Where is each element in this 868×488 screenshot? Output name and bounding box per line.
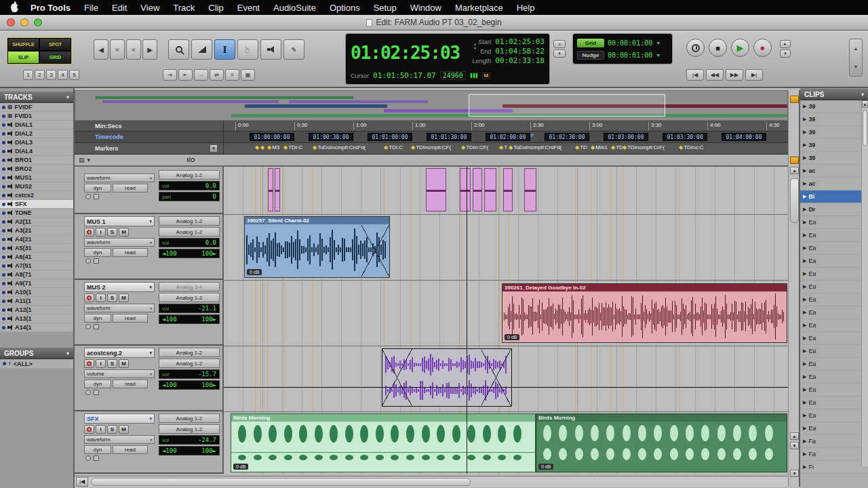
input-monitor-button[interactable]: I [96, 359, 106, 368]
record-enable-button[interactable] [84, 425, 94, 434]
counter-expand-button[interactable]: ▾ [553, 49, 566, 58]
zoom-preset-button[interactable]: 4 [58, 70, 68, 80]
input-path-selector[interactable]: Analog 1-2 [159, 348, 220, 357]
clips-scroll-up-icon[interactable]: ▲ [862, 100, 868, 108]
clips-panel-menu-icon[interactable]: ▾ [861, 92, 864, 98]
app-menu[interactable]: Pro Tools [31, 3, 71, 13]
marker[interactable]: ◆ ToDoIncmplt:CrsFd( [313, 144, 366, 150]
track-name-field[interactable]: SFX ▾ [84, 413, 155, 424]
scrubber-tool-button[interactable] [260, 39, 281, 60]
clips-scroll-thumb[interactable] [863, 110, 867, 146]
return-to-zero-button[interactable]: |◀ [686, 69, 704, 81]
tracks-list-item[interactable]: ▦ A2(11 [0, 218, 73, 226]
minsecs-ruler[interactable]: Min:Secs 0:000:301:001:302:002:303:003:3… [75, 121, 788, 131]
timebase-icon[interactable] [85, 194, 91, 199]
track-name-field[interactable]: MUS 2 ▾ [84, 282, 155, 292]
marker[interactable]: ◆ ToDoIncmplt:CrsFd( [509, 144, 561, 150]
clip-gain-badge[interactable]: 0 dB [505, 334, 519, 340]
disclosure-triangle-icon[interactable]: ▶ [803, 155, 806, 161]
disclosure-triangle-icon[interactable]: ▶ [803, 220, 806, 225]
layered-editing-button[interactable]: ▦ [241, 69, 255, 81]
timebase-icon[interactable] [85, 258, 91, 264]
vertical-scrollbar[interactable]: ▲ ▲ ▼ ▼ [788, 90, 800, 487]
main-counter[interactable]: 01:02:25:03 [351, 39, 471, 67]
tracks-list-item[interactable]: ▦ A7(51 [0, 262, 73, 270]
clip-gain-badge[interactable]: 0 dB [233, 464, 248, 470]
clips-list-item[interactable]: ▶ Ea [800, 319, 868, 332]
track-show-dot[interactable] [2, 247, 5, 250]
clips-list-item[interactable]: ▶ Ea [800, 229, 868, 242]
clips-list-item[interactable]: ▶ Ea [800, 268, 868, 281]
disclosure-triangle-icon[interactable]: ▶ [803, 284, 806, 289]
edit-mode-button[interactable]: SHUFFLE [7, 38, 39, 51]
tracks-panel-menu-icon[interactable]: ▾ [66, 94, 69, 100]
track-view-selector[interactable]: waveform▾ [84, 304, 155, 312]
play-button[interactable]: ▶ [731, 39, 749, 57]
zoom-window-button[interactable] [34, 18, 42, 26]
marker[interactable]: ◆ TDI:C [384, 144, 403, 150]
scroll-down-icon[interactable]: ▼ [790, 470, 799, 477]
marker[interactable]: ◆ TDI:C [283, 144, 302, 150]
clips-list-item[interactable]: ▶ 39 [800, 100, 868, 113]
toolbar-expand-button[interactable]: ▾ [780, 49, 791, 58]
clips-list-item[interactable]: ▶ 39 [800, 113, 868, 126]
clips-list-item[interactable]: ▶ Ea [800, 358, 868, 371]
tracks-list-item[interactable]: ▦ MUS1 [0, 174, 73, 182]
menu-item[interactable]: AudioSuite [273, 3, 316, 13]
zoom-preset-button[interactable]: 3 [46, 70, 56, 80]
track-view-selector[interactable]: waveform▾ [84, 174, 155, 182]
horizontal-scroll-thumb[interactable] [91, 478, 471, 486]
mute-button[interactable]: M [119, 359, 129, 368]
clips-list-item[interactable]: ▶ Ea [800, 242, 868, 255]
solo-button[interactable]: S [107, 293, 117, 302]
marker[interactable]: ◆ [260, 144, 265, 150]
track-show-dot[interactable] [2, 176, 5, 180]
track-show-dot[interactable] [2, 167, 5, 171]
track-show-dot[interactable] [2, 123, 5, 127]
groups-panel-header[interactable]: GROUPS ▾ [0, 347, 73, 359]
volume-display[interactable]: vol-21.1 [159, 304, 220, 313]
marker[interactable]: ◆ TDIncmplt:CrF( [623, 144, 665, 150]
output-path-selector[interactable]: Analog 1-2 [159, 359, 220, 368]
disclosure-triangle-icon[interactable]: ▶ [803, 374, 806, 380]
tracks-list-item[interactable]: ▦ FVID1 [0, 112, 73, 121]
track-show-dot[interactable] [2, 317, 5, 321]
midi-zoom-button[interactable]: ≈ [126, 39, 141, 60]
audio-clip-mus1[interactable]: 390257_Silent Charm-02 0 dB [244, 216, 390, 278]
dyn-selector[interactable]: dyn [84, 445, 111, 454]
audio-clip-mus2[interactable]: 390261_Delayed Goodbye In-02 0 dB [502, 283, 787, 343]
mute-button[interactable]: M [119, 228, 129, 237]
track-show-dot[interactable] [2, 238, 5, 241]
disclosure-triangle-icon[interactable]: ▶ [803, 232, 806, 238]
automation-mode-selector[interactable]: read [113, 380, 148, 388]
menu-item[interactable]: Setup [374, 3, 397, 13]
grid-value[interactable]: 00:00:01:00 [608, 39, 652, 47]
clips-list-item[interactable]: ▶ Ea [800, 293, 868, 306]
stop-button[interactable]: ■ [709, 39, 727, 57]
track-show-dot[interactable] [2, 229, 5, 232]
clip-gain-badge[interactable]: 0 dB [538, 464, 553, 470]
marker[interactable]: ◆ TDIncmplt:CF( [411, 144, 451, 150]
menu-item[interactable]: Help [517, 3, 535, 13]
clip-gain-badge[interactable]: 0 dB [247, 269, 262, 275]
disclosure-triangle-icon[interactable]: ▶ [803, 387, 806, 392]
zoom-preset-button[interactable]: 2 [35, 70, 45, 80]
audio-clip-sfx-2[interactable]: Birds Morning 0 dB [536, 413, 787, 472]
track-name-menu-icon[interactable]: ▾ [149, 285, 152, 290]
tracks-list-item[interactable]: ▦ MUS2 [0, 182, 73, 191]
track-name-menu-icon[interactable]: ▾ [149, 416, 152, 422]
clips-list-item[interactable]: ▶ Ea [800, 281, 868, 293]
menu-item[interactable]: Options [330, 3, 360, 13]
mirror-midi-button[interactable]: ⇤ [178, 69, 193, 81]
clips-list-item[interactable]: ▶ Ea [800, 216, 868, 229]
track-show-dot[interactable] [2, 220, 5, 224]
clips-list-item[interactable]: ▶ Ea [800, 409, 868, 422]
disclosure-triangle-icon[interactable]: ▶ [803, 400, 806, 405]
disclosure-triangle-icon[interactable]: ▶ [803, 271, 806, 277]
minimize-window-button[interactable] [20, 18, 28, 26]
audio-clip-small[interactable] [460, 168, 471, 211]
disclosure-triangle-icon[interactable]: ▶ [803, 142, 806, 148]
track-show-dot[interactable] [2, 194, 5, 197]
clips-list-item[interactable]: ▶ 39 [800, 126, 868, 139]
track-list-menu-icon[interactable]: ▾ [87, 157, 91, 163]
